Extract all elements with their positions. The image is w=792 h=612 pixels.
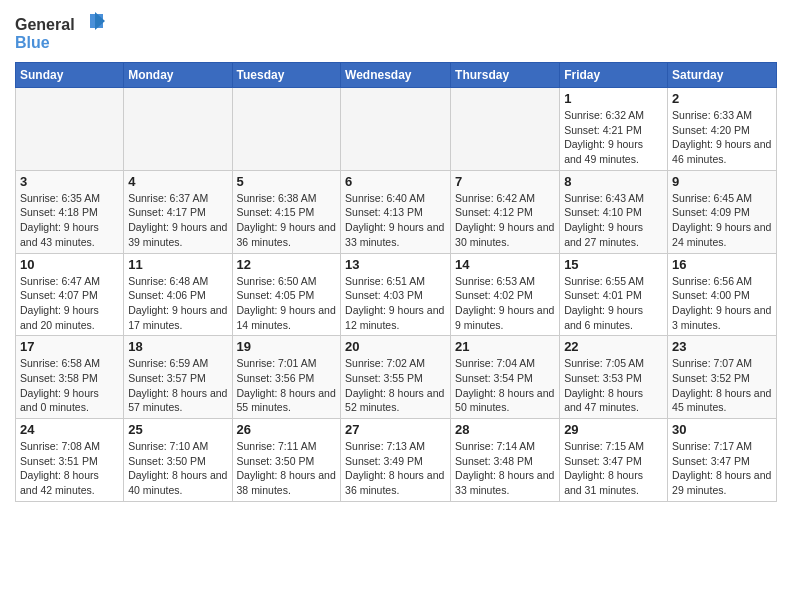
calendar-cell: 25Sunrise: 7:10 AMSunset: 3:50 PMDayligh… bbox=[124, 419, 232, 502]
day-info: Sunrise: 7:15 AMSunset: 3:47 PMDaylight:… bbox=[564, 439, 663, 498]
calendar-cell: 8Sunrise: 6:43 AMSunset: 4:10 PMDaylight… bbox=[560, 170, 668, 253]
day-info: Sunrise: 6:48 AMSunset: 4:06 PMDaylight:… bbox=[128, 274, 227, 333]
day-info: Sunrise: 7:13 AMSunset: 3:49 PMDaylight:… bbox=[345, 439, 446, 498]
calendar-cell: 14Sunrise: 6:53 AMSunset: 4:02 PMDayligh… bbox=[451, 253, 560, 336]
calendar-cell: 18Sunrise: 6:59 AMSunset: 3:57 PMDayligh… bbox=[124, 336, 232, 419]
logo-svg: GeneralBlue bbox=[15, 10, 105, 54]
day-number: 23 bbox=[672, 339, 772, 354]
day-number: 29 bbox=[564, 422, 663, 437]
day-number: 28 bbox=[455, 422, 555, 437]
calendar-cell: 10Sunrise: 6:47 AMSunset: 4:07 PMDayligh… bbox=[16, 253, 124, 336]
day-info: Sunrise: 6:35 AMSunset: 4:18 PMDaylight:… bbox=[20, 191, 119, 250]
day-info: Sunrise: 6:33 AMSunset: 4:20 PMDaylight:… bbox=[672, 108, 772, 167]
day-number: 18 bbox=[128, 339, 227, 354]
day-number: 14 bbox=[455, 257, 555, 272]
weekday-header-row: SundayMondayTuesdayWednesdayThursdayFrid… bbox=[16, 63, 777, 88]
weekday-header-thursday: Thursday bbox=[451, 63, 560, 88]
calendar-cell: 6Sunrise: 6:40 AMSunset: 4:13 PMDaylight… bbox=[341, 170, 451, 253]
day-info: Sunrise: 6:58 AMSunset: 3:58 PMDaylight:… bbox=[20, 356, 119, 415]
app-container: GeneralBlue SundayMondayTuesdayWednesday… bbox=[0, 0, 792, 612]
day-number: 8 bbox=[564, 174, 663, 189]
logo: GeneralBlue bbox=[15, 10, 105, 54]
day-info: Sunrise: 6:55 AMSunset: 4:01 PMDaylight:… bbox=[564, 274, 663, 333]
calendar-cell: 3Sunrise: 6:35 AMSunset: 4:18 PMDaylight… bbox=[16, 170, 124, 253]
calendar-cell: 12Sunrise: 6:50 AMSunset: 4:05 PMDayligh… bbox=[232, 253, 341, 336]
calendar-cell bbox=[232, 88, 341, 171]
calendar-cell: 16Sunrise: 6:56 AMSunset: 4:00 PMDayligh… bbox=[668, 253, 777, 336]
calendar-cell bbox=[16, 88, 124, 171]
calendar-cell: 15Sunrise: 6:55 AMSunset: 4:01 PMDayligh… bbox=[560, 253, 668, 336]
day-info: Sunrise: 7:01 AMSunset: 3:56 PMDaylight:… bbox=[237, 356, 337, 415]
day-info: Sunrise: 7:07 AMSunset: 3:52 PMDaylight:… bbox=[672, 356, 772, 415]
day-number: 26 bbox=[237, 422, 337, 437]
calendar-cell: 21Sunrise: 7:04 AMSunset: 3:54 PMDayligh… bbox=[451, 336, 560, 419]
calendar-cell: 27Sunrise: 7:13 AMSunset: 3:49 PMDayligh… bbox=[341, 419, 451, 502]
day-info: Sunrise: 6:50 AMSunset: 4:05 PMDaylight:… bbox=[237, 274, 337, 333]
day-number: 24 bbox=[20, 422, 119, 437]
day-number: 10 bbox=[20, 257, 119, 272]
calendar-cell: 1Sunrise: 6:32 AMSunset: 4:21 PMDaylight… bbox=[560, 88, 668, 171]
calendar-cell: 13Sunrise: 6:51 AMSunset: 4:03 PMDayligh… bbox=[341, 253, 451, 336]
day-number: 12 bbox=[237, 257, 337, 272]
day-number: 9 bbox=[672, 174, 772, 189]
day-number: 3 bbox=[20, 174, 119, 189]
day-info: Sunrise: 7:11 AMSunset: 3:50 PMDaylight:… bbox=[237, 439, 337, 498]
calendar-cell: 28Sunrise: 7:14 AMSunset: 3:48 PMDayligh… bbox=[451, 419, 560, 502]
day-info: Sunrise: 6:38 AMSunset: 4:15 PMDaylight:… bbox=[237, 191, 337, 250]
svg-text:General: General bbox=[15, 16, 75, 33]
day-info: Sunrise: 6:45 AMSunset: 4:09 PMDaylight:… bbox=[672, 191, 772, 250]
calendar-cell: 7Sunrise: 6:42 AMSunset: 4:12 PMDaylight… bbox=[451, 170, 560, 253]
calendar-cell: 2Sunrise: 6:33 AMSunset: 4:20 PMDaylight… bbox=[668, 88, 777, 171]
calendar-cell: 5Sunrise: 6:38 AMSunset: 4:15 PMDaylight… bbox=[232, 170, 341, 253]
day-number: 5 bbox=[237, 174, 337, 189]
day-info: Sunrise: 6:32 AMSunset: 4:21 PMDaylight:… bbox=[564, 108, 663, 167]
calendar-cell: 22Sunrise: 7:05 AMSunset: 3:53 PMDayligh… bbox=[560, 336, 668, 419]
calendar-cell: 23Sunrise: 7:07 AMSunset: 3:52 PMDayligh… bbox=[668, 336, 777, 419]
day-info: Sunrise: 6:40 AMSunset: 4:13 PMDaylight:… bbox=[345, 191, 446, 250]
day-info: Sunrise: 6:47 AMSunset: 4:07 PMDaylight:… bbox=[20, 274, 119, 333]
weekday-header-tuesday: Tuesday bbox=[232, 63, 341, 88]
day-number: 20 bbox=[345, 339, 446, 354]
calendar-week-3: 10Sunrise: 6:47 AMSunset: 4:07 PMDayligh… bbox=[16, 253, 777, 336]
day-info: Sunrise: 6:37 AMSunset: 4:17 PMDaylight:… bbox=[128, 191, 227, 250]
calendar-cell: 20Sunrise: 7:02 AMSunset: 3:55 PMDayligh… bbox=[341, 336, 451, 419]
calendar-cell: 11Sunrise: 6:48 AMSunset: 4:06 PMDayligh… bbox=[124, 253, 232, 336]
calendar-cell: 30Sunrise: 7:17 AMSunset: 3:47 PMDayligh… bbox=[668, 419, 777, 502]
weekday-header-saturday: Saturday bbox=[668, 63, 777, 88]
day-info: Sunrise: 7:14 AMSunset: 3:48 PMDaylight:… bbox=[455, 439, 555, 498]
day-number: 7 bbox=[455, 174, 555, 189]
day-number: 19 bbox=[237, 339, 337, 354]
day-number: 21 bbox=[455, 339, 555, 354]
day-number: 16 bbox=[672, 257, 772, 272]
weekday-header-sunday: Sunday bbox=[16, 63, 124, 88]
day-info: Sunrise: 6:53 AMSunset: 4:02 PMDaylight:… bbox=[455, 274, 555, 333]
day-number: 30 bbox=[672, 422, 772, 437]
day-number: 1 bbox=[564, 91, 663, 106]
day-number: 13 bbox=[345, 257, 446, 272]
day-info: Sunrise: 6:42 AMSunset: 4:12 PMDaylight:… bbox=[455, 191, 555, 250]
day-number: 25 bbox=[128, 422, 227, 437]
calendar-cell bbox=[341, 88, 451, 171]
weekday-header-wednesday: Wednesday bbox=[341, 63, 451, 88]
calendar-cell: 24Sunrise: 7:08 AMSunset: 3:51 PMDayligh… bbox=[16, 419, 124, 502]
calendar-cell: 17Sunrise: 6:58 AMSunset: 3:58 PMDayligh… bbox=[16, 336, 124, 419]
day-number: 17 bbox=[20, 339, 119, 354]
calendar-cell: 29Sunrise: 7:15 AMSunset: 3:47 PMDayligh… bbox=[560, 419, 668, 502]
day-number: 15 bbox=[564, 257, 663, 272]
calendar-week-2: 3Sunrise: 6:35 AMSunset: 4:18 PMDaylight… bbox=[16, 170, 777, 253]
day-info: Sunrise: 6:59 AMSunset: 3:57 PMDaylight:… bbox=[128, 356, 227, 415]
weekday-header-friday: Friday bbox=[560, 63, 668, 88]
day-info: Sunrise: 7:02 AMSunset: 3:55 PMDaylight:… bbox=[345, 356, 446, 415]
calendar-cell: 9Sunrise: 6:45 AMSunset: 4:09 PMDaylight… bbox=[668, 170, 777, 253]
day-info: Sunrise: 6:56 AMSunset: 4:00 PMDaylight:… bbox=[672, 274, 772, 333]
day-info: Sunrise: 6:43 AMSunset: 4:10 PMDaylight:… bbox=[564, 191, 663, 250]
svg-text:Blue: Blue bbox=[15, 34, 50, 51]
weekday-header-monday: Monday bbox=[124, 63, 232, 88]
calendar-week-5: 24Sunrise: 7:08 AMSunset: 3:51 PMDayligh… bbox=[16, 419, 777, 502]
calendar-week-1: 1Sunrise: 6:32 AMSunset: 4:21 PMDaylight… bbox=[16, 88, 777, 171]
calendar-cell bbox=[451, 88, 560, 171]
day-info: Sunrise: 7:05 AMSunset: 3:53 PMDaylight:… bbox=[564, 356, 663, 415]
day-info: Sunrise: 7:04 AMSunset: 3:54 PMDaylight:… bbox=[455, 356, 555, 415]
day-info: Sunrise: 6:51 AMSunset: 4:03 PMDaylight:… bbox=[345, 274, 446, 333]
day-number: 2 bbox=[672, 91, 772, 106]
